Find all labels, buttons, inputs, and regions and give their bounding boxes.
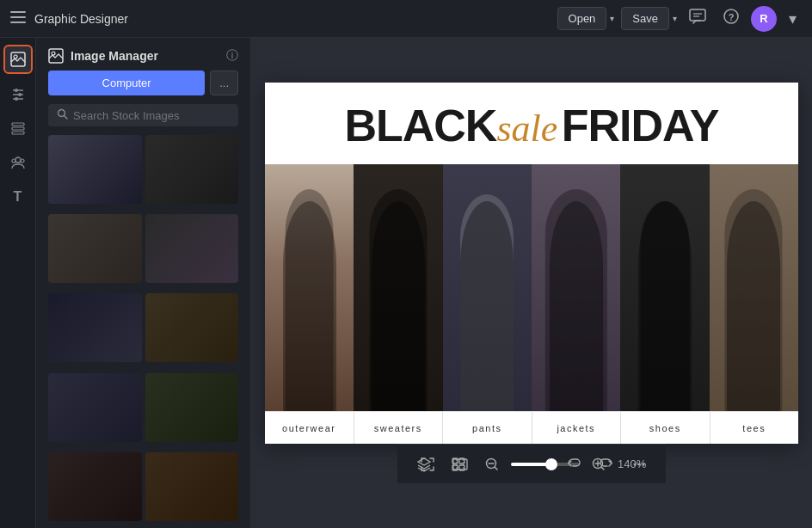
photo-cell-5[interactable] xyxy=(620,164,709,411)
main-layout: T Image Manager ⓘ Computer ... xyxy=(0,38,812,528)
design-canvas[interactable]: BLACKsale FRIDAY xyxy=(265,83,798,444)
avatar[interactable]: R xyxy=(751,6,777,32)
category-item-pants[interactable]: pants xyxy=(443,412,532,444)
list-item[interactable] xyxy=(145,452,239,521)
grid-toolbar-button[interactable] xyxy=(446,453,471,476)
panel-image-icon xyxy=(48,48,64,64)
svg-rect-17 xyxy=(12,127,24,130)
search-stock-input[interactable] xyxy=(73,109,230,122)
list-item[interactable] xyxy=(145,373,239,442)
svg-point-13 xyxy=(18,93,22,96)
image-manager-panel: Image Manager ⓘ Computer ... xyxy=(36,38,251,528)
svg-point-23 xyxy=(52,52,55,55)
icon-sidebar: T xyxy=(0,38,36,528)
save-button[interactable]: Save xyxy=(621,7,669,30)
photo-cell-6[interactable] xyxy=(710,164,798,411)
toolbar-right xyxy=(561,453,652,476)
svg-point-9 xyxy=(14,55,17,58)
sidebar-item-image-manager[interactable] xyxy=(3,45,33,74)
computer-button[interactable]: Computer xyxy=(48,71,205,95)
canvas-area: BLACKsale FRIDAY xyxy=(251,38,812,528)
layers-toolbar-button[interactable] xyxy=(411,453,437,476)
svg-line-33 xyxy=(495,467,497,470)
panel-title: Image Manager xyxy=(71,49,219,63)
title-black-text: BLACK xyxy=(344,101,496,150)
list-item[interactable] xyxy=(145,135,239,204)
list-item[interactable] xyxy=(145,293,239,362)
svg-point-15 xyxy=(15,97,18,101)
svg-point-20 xyxy=(12,159,15,163)
svg-rect-26 xyxy=(452,458,458,464)
info-icon[interactable]: ⓘ xyxy=(226,48,238,64)
svg-point-11 xyxy=(15,89,18,92)
category-item-jackets[interactable]: jackets xyxy=(532,412,622,444)
svg-line-25 xyxy=(65,116,68,120)
photo-cell-4[interactable] xyxy=(532,164,620,411)
sidebar-item-adjustments[interactable] xyxy=(3,79,33,108)
bottom-toolbar: 140% xyxy=(397,444,666,483)
toolbar-left xyxy=(411,453,471,476)
list-item[interactable] xyxy=(48,135,142,204)
list-item[interactable] xyxy=(48,214,142,283)
panel-actions: Computer ... xyxy=(36,71,250,104)
category-row: outerwear sweaters pants jackets shoes t… xyxy=(265,411,798,444)
more-actions-button[interactable] xyxy=(626,453,652,476)
zoom-out-button[interactable] xyxy=(480,454,504,475)
list-item[interactable] xyxy=(48,373,142,442)
svg-rect-29 xyxy=(459,465,464,470)
save-caret-icon: ▾ xyxy=(673,14,677,23)
svg-rect-0 xyxy=(10,11,26,13)
list-item[interactable] xyxy=(48,293,142,362)
redo-button[interactable] xyxy=(594,453,619,476)
svg-rect-28 xyxy=(452,465,458,470)
category-item-tees[interactable]: tees xyxy=(710,412,799,444)
svg-point-39 xyxy=(638,463,641,465)
more-options-button[interactable]: ... xyxy=(210,71,238,95)
category-item-sweaters[interactable]: sweaters xyxy=(354,412,444,444)
svg-rect-27 xyxy=(459,458,464,464)
topbar: Graphic Designer Open ▾ Save ▾ ? R ▾ xyxy=(0,0,812,38)
category-item-shoes[interactable]: shoes xyxy=(621,412,710,444)
open-button[interactable]: Open xyxy=(557,7,607,30)
sidebar-item-layers[interactable] xyxy=(3,114,33,143)
search-icon xyxy=(57,108,68,122)
comments-button[interactable] xyxy=(684,5,711,32)
app-title: Graphic Designer xyxy=(34,12,557,26)
undo-button[interactable] xyxy=(561,453,587,476)
sidebar-item-text[interactable]: T xyxy=(3,182,33,212)
panel-header: Image Manager ⓘ xyxy=(36,38,250,71)
help-button[interactable]: ? xyxy=(718,5,744,32)
category-item-outerwear[interactable]: outerwear xyxy=(265,412,354,444)
svg-point-21 xyxy=(21,159,24,163)
list-item[interactable] xyxy=(145,214,239,283)
list-item[interactable] xyxy=(48,452,142,521)
image-grid xyxy=(36,135,250,528)
expand-button[interactable]: ▾ xyxy=(784,6,802,32)
svg-point-38 xyxy=(634,463,637,465)
svg-rect-18 xyxy=(12,132,24,134)
svg-text:?: ? xyxy=(729,12,735,22)
svg-rect-1 xyxy=(10,16,26,18)
photo-cell-3[interactable] xyxy=(443,164,532,411)
svg-rect-2 xyxy=(10,21,26,23)
svg-rect-3 xyxy=(690,9,705,21)
svg-rect-16 xyxy=(12,123,24,126)
search-bar xyxy=(48,104,238,126)
title-sale-text: sale xyxy=(496,107,557,150)
banner-title: BLACKsale FRIDAY xyxy=(265,83,798,164)
sidebar-item-people[interactable] xyxy=(3,148,33,177)
photo-cell-1[interactable] xyxy=(265,164,354,411)
svg-point-40 xyxy=(643,463,645,465)
hamburger-menu-icon[interactable] xyxy=(10,9,26,28)
title-friday-text: FRIDAY xyxy=(562,101,719,150)
photo-strip xyxy=(265,164,798,411)
photo-cell-2[interactable] xyxy=(354,164,442,411)
open-caret-icon: ▾ xyxy=(610,14,614,23)
svg-point-19 xyxy=(15,157,21,163)
